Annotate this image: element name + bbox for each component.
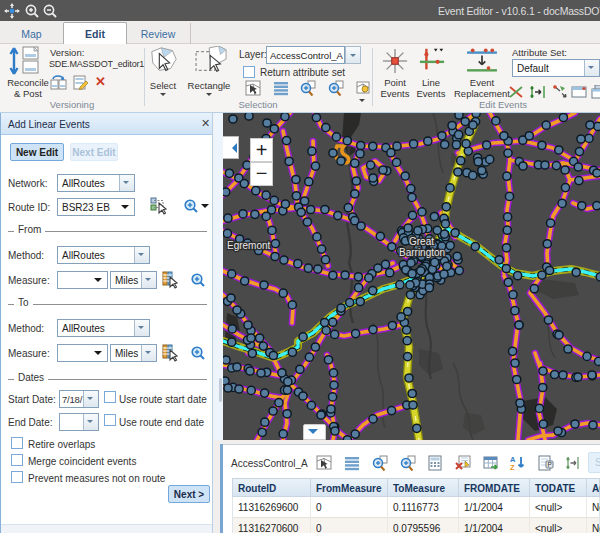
svg-text:Barrington: Barrington xyxy=(399,247,445,258)
svg-text:Z: Z xyxy=(510,463,515,471)
svg-text:Egremont: Egremont xyxy=(227,240,271,251)
svg-text:Great: Great xyxy=(409,236,434,247)
svg-text:P: P xyxy=(548,461,552,468)
